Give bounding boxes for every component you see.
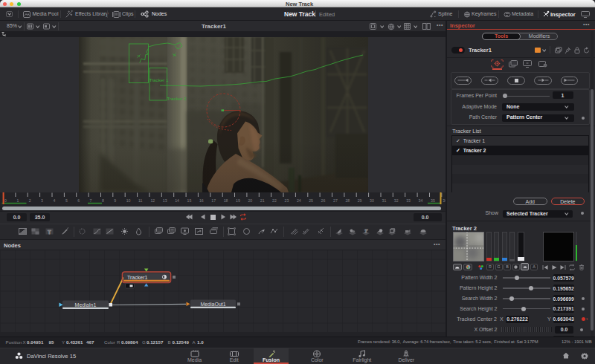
svg-text:27: 27	[333, 198, 338, 203]
svg-text:31: 31	[382, 198, 387, 203]
svg-text:2: 2	[29, 198, 31, 203]
svg-text:30: 30	[370, 198, 374, 203]
svg-text:T: T	[48, 229, 51, 234]
svg-text:11: 11	[138, 198, 142, 203]
svg-text:Tracker 1: Tracker 1	[149, 77, 169, 82]
svg-text:8: 8	[102, 198, 104, 203]
svg-text:Tracker1: Tracker1	[127, 275, 147, 280]
svg-text:3: 3	[41, 198, 43, 203]
svg-text:6: 6	[77, 198, 80, 203]
svg-text:18: 18	[224, 198, 228, 203]
svg-text:10: 10	[126, 198, 131, 203]
svg-text:MediaOut1: MediaOut1	[200, 302, 225, 307]
svg-text:7: 7	[90, 198, 92, 203]
svg-text:34: 34	[419, 198, 423, 203]
svg-text:29: 29	[358, 198, 362, 203]
svg-text:32: 32	[394, 198, 399, 203]
svg-text:13: 13	[163, 198, 167, 203]
svg-text:15: 15	[187, 198, 192, 203]
svg-text:16: 16	[199, 198, 204, 203]
svg-text:MediaIn1: MediaIn1	[75, 302, 97, 308]
svg-text:26: 26	[321, 198, 326, 203]
svg-text:28: 28	[345, 198, 350, 203]
svg-text:0: 0	[4, 198, 7, 203]
svg-text:4: 4	[54, 198, 56, 203]
svg-text:21: 21	[260, 198, 265, 203]
svg-text:25: 25	[309, 198, 313, 203]
svg-text:33: 33	[406, 198, 411, 203]
svg-text:1: 1	[16, 198, 19, 203]
svg-text:14: 14	[175, 198, 179, 203]
svg-text:23: 23	[285, 198, 289, 203]
svg-text:22: 22	[272, 198, 277, 203]
svg-text:20: 20	[248, 198, 252, 203]
svg-text:5: 5	[65, 198, 68, 203]
svg-text:35: 35	[431, 198, 435, 203]
svg-text:12: 12	[150, 198, 155, 203]
svg-text:19: 19	[236, 198, 240, 203]
svg-text:9: 9	[114, 198, 116, 203]
svg-text:17: 17	[211, 198, 216, 203]
svg-text:Tracker 2: Tracker 2	[167, 96, 187, 101]
svg-text:24: 24	[297, 198, 301, 203]
svg-text:T: T	[364, 228, 367, 233]
